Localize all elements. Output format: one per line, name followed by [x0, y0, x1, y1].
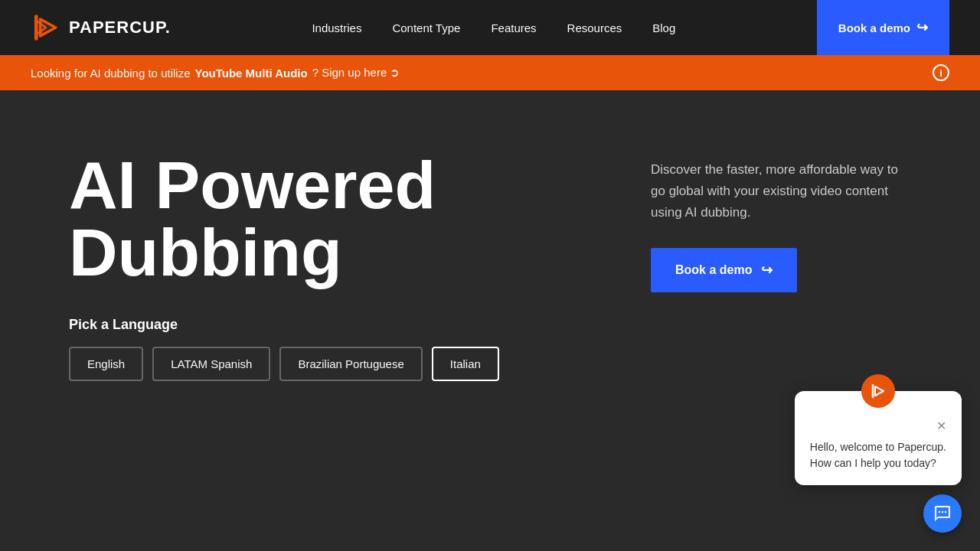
language-button-latam-spanish[interactable]: LATAM Spanish	[152, 347, 270, 381]
language-button-italian[interactable]: Italian	[432, 347, 499, 381]
hero-right: Discover the faster, more affordable way…	[651, 152, 911, 292]
nav-link-content-type[interactable]: Content Type	[392, 21, 460, 34]
chat-widget: ✕ Hello, welcome to Papercup. How can I …	[795, 391, 962, 533]
navbar-arrow-icon: ↪	[916, 19, 928, 36]
brand-name: PAPERCUP.	[69, 18, 171, 37]
chat-icon	[933, 504, 952, 523]
svg-point-1	[939, 511, 940, 513]
nav-link-blog[interactable]: Blog	[652, 21, 675, 34]
banner-text: Looking for AI dubbing to utilize YouTub…	[31, 66, 400, 80]
banner-text-before: Looking for AI dubbing to utilize	[31, 67, 190, 80]
nav-link-resources[interactable]: Resources	[567, 21, 622, 34]
chat-subtext: How can I help you today?	[810, 457, 936, 469]
hero-book-demo-button[interactable]: Book a demo ↪	[651, 248, 797, 292]
announcement-banner: Looking for AI dubbing to utilize YouTub…	[0, 55, 980, 90]
banner-text-after[interactable]: ? Sign up here ➲	[312, 66, 400, 80]
navbar-book-demo-label: Book a demo	[838, 21, 910, 34]
logo[interactable]: PAPERCUP.	[31, 12, 171, 43]
banner-info-icon[interactable]: i	[933, 64, 949, 81]
chat-open-button[interactable]	[923, 494, 962, 533]
chat-close-button[interactable]: ✕	[936, 419, 946, 433]
language-buttons: English LATAM Spanish Brazilian Portugue…	[69, 347, 590, 381]
svg-point-2	[942, 511, 943, 513]
pick-language-label: Pick a Language	[69, 317, 590, 333]
chat-avatar	[861, 374, 895, 408]
chat-greeting: Hello, welcome to Papercup. How can I he…	[810, 439, 946, 471]
hero-left: AI Powered Dubbing Pick a Language Engli…	[69, 152, 590, 381]
nav-link-industries[interactable]: Industries	[312, 21, 361, 34]
hero-description: Discover the faster, more affordable way…	[651, 159, 911, 223]
nav-links: Industries Content Type Features Resourc…	[312, 21, 675, 34]
chat-greeting-text: Hello, welcome to Papercup.	[810, 441, 946, 453]
language-button-english[interactable]: English	[69, 347, 143, 381]
navbar-book-demo-button[interactable]: Book a demo ↪	[817, 0, 949, 55]
language-button-brazilian-portuguese[interactable]: Brazilian Portuguese	[279, 347, 422, 381]
chat-bubble: ✕ Hello, welcome to Papercup. How can I …	[795, 391, 962, 485]
hero-title-line2: Dubbing	[69, 214, 342, 290]
hero-title: AI Powered Dubbing	[69, 152, 590, 286]
chat-bubble-header: ✕	[810, 419, 946, 433]
hero-title-line1: AI Powered	[69, 147, 436, 223]
hero-book-demo-arrow-icon: ↪	[761, 262, 773, 279]
svg-point-3	[945, 511, 946, 513]
hero-book-demo-label: Book a demo	[675, 263, 752, 277]
nav-link-features[interactable]: Features	[491, 21, 536, 34]
navbar: PAPERCUP. Industries Content Type Featur…	[0, 0, 980, 55]
hero-section: AI Powered Dubbing Pick a Language Engli…	[0, 90, 980, 412]
banner-highlight[interactable]: YouTube Multi Audio	[194, 67, 307, 80]
